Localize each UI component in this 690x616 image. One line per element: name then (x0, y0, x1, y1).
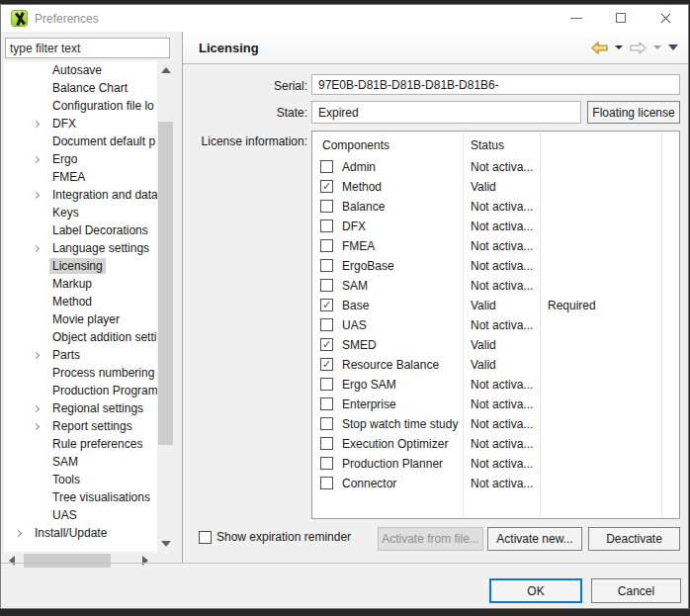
component-checkbox[interactable] (320, 358, 333, 371)
table-row-enterprise[interactable]: EnterpriseNot activa... (312, 395, 679, 414)
tree-item-label: Regional settings (49, 400, 146, 416)
table-row-dfx[interactable]: DFXNot activa... (312, 217, 679, 236)
table-row-ergo-sam[interactable]: Ergo SAMNot activa... (312, 375, 679, 395)
tree-item-uas[interactable]: UAS (4, 506, 157, 524)
chevron-right-icon[interactable] (32, 193, 49, 198)
forward-arrow-icon[interactable] (630, 42, 647, 54)
tree-item-tools[interactable]: Tools (4, 471, 157, 488)
component-checkbox[interactable] (320, 220, 333, 232)
chevron-right-icon[interactable] (32, 424, 49, 429)
scroll-down-icon[interactable] (161, 541, 171, 547)
component-checkbox[interactable] (320, 457, 333, 470)
status-column-header[interactable]: Status (471, 138, 504, 152)
table-row-production-planner[interactable]: Production PlannerNot activa... (312, 454, 679, 474)
component-checkbox[interactable] (320, 180, 333, 193)
tree-item-dfx[interactable]: DFX (4, 115, 157, 132)
chevron-right-icon[interactable] (32, 246, 49, 251)
table-row-method[interactable]: MethodValid (312, 177, 679, 197)
tree-item-object-addition-setti[interactable]: Object addition setti (4, 328, 157, 346)
chevron-right-icon[interactable] (32, 353, 49, 358)
table-row-ergobase[interactable]: ErgoBaseNot activa... (312, 256, 679, 276)
tree-horizontal-scrollbar[interactable] (4, 553, 153, 569)
table-row-fmea[interactable]: FMEANot activa... (312, 236, 679, 256)
close-button[interactable] (644, 5, 688, 32)
state-field[interactable]: Expired (311, 101, 581, 124)
maximize-button[interactable] (599, 5, 644, 32)
component-checkbox[interactable] (320, 417, 333, 430)
cancel-button[interactable]: Cancel (591, 578, 681, 603)
scroll-right-icon[interactable] (142, 556, 148, 566)
tree-item-tree-visualisations[interactable]: Tree visualisations (4, 488, 157, 506)
tree-item-keys[interactable]: Keys (4, 204, 157, 221)
tree-item-label-decorations[interactable]: Label Decorations (4, 221, 157, 239)
scroll-left-icon[interactable] (9, 556, 15, 566)
tree-item-fmea[interactable]: FMEA (4, 168, 157, 186)
activate-new-button[interactable]: Activate new... (487, 527, 582, 551)
checkbox-icon[interactable] (199, 531, 212, 544)
tree-item-integration-and-data[interactable]: Integration and data (4, 186, 157, 204)
table-row-uas[interactable]: UASNot activa... (312, 315, 679, 335)
component-checkbox[interactable] (320, 397, 333, 410)
show-expiration-reminder-checkbox[interactable]: Show expiration reminder (199, 530, 351, 544)
tree-item-licensing[interactable]: Licensing (4, 257, 157, 275)
table-row-smed[interactable]: SMEDValid (312, 335, 679, 355)
forward-history-dropdown-icon[interactable] (653, 45, 661, 49)
components-column-header[interactable]: Components (322, 138, 389, 152)
table-row-stop-watch-time-study[interactable]: Stop watch time studyNot activa... (312, 414, 679, 434)
component-checkbox[interactable] (320, 200, 333, 213)
table-row-resource-balance[interactable]: Resource BalanceValid (312, 355, 679, 375)
table-row-admin[interactable]: AdminNot activa... (312, 157, 679, 177)
tree-item-autosave[interactable]: Autosave (4, 61, 157, 79)
chevron-right-icon[interactable] (32, 157, 49, 162)
component-checkbox[interactable] (320, 259, 333, 272)
chevron-right-icon[interactable] (32, 406, 49, 411)
tree-item-markup[interactable]: Markup (4, 275, 157, 293)
component-name: Production Planner (342, 457, 461, 471)
component-checkbox[interactable] (320, 299, 333, 311)
scroll-up-icon[interactable] (161, 67, 171, 73)
tree-item-movie-player[interactable]: Movie player (4, 310, 157, 328)
deactivate-button[interactable]: Deactivate (588, 527, 680, 551)
tree-item-parts[interactable]: Parts (4, 346, 157, 364)
component-checkbox[interactable] (320, 318, 333, 331)
filter-input[interactable] (5, 38, 170, 58)
tree-item-language-settings[interactable]: Language settings (4, 239, 157, 257)
component-name: Resource Balance (342, 358, 461, 372)
vertical-scroll-thumb[interactable] (158, 122, 173, 445)
tree-item-production-program[interactable]: Production Program (4, 382, 157, 399)
floating-license-button[interactable]: Floating license (587, 101, 680, 124)
table-row-sam[interactable]: SAMNot activa... (312, 276, 679, 296)
tree-item-sam[interactable]: SAM (4, 453, 157, 471)
horizontal-scroll-thumb[interactable] (24, 554, 111, 568)
chevron-right-icon[interactable] (14, 531, 32, 536)
component-checkbox[interactable] (320, 239, 333, 252)
component-checkbox[interactable] (320, 378, 333, 391)
tree-item-process-numbering-w[interactable]: Process numbering w (4, 364, 157, 382)
component-checkbox[interactable] (320, 279, 333, 292)
tree-item-document-default-p[interactable]: Document default p (4, 132, 157, 150)
view-menu-dropdown-icon[interactable] (668, 44, 678, 50)
table-row-execution-optimizer[interactable]: Execution OptimizerNot activa... (312, 434, 679, 454)
table-row-balance[interactable]: BalanceNot activa... (312, 197, 679, 217)
tree-item-install-update[interactable]: Install/Update (4, 524, 157, 542)
tree-item-report-settings[interactable]: Report settings (4, 417, 157, 435)
component-checkbox[interactable] (320, 338, 333, 351)
component-checkbox[interactable] (320, 160, 333, 173)
back-arrow-icon[interactable] (591, 42, 608, 54)
tree-item-ergo[interactable]: Ergo (4, 150, 157, 168)
tree-item-balance-chart[interactable]: Balance Chart (4, 79, 157, 97)
tree-item-method[interactable]: Method (4, 293, 157, 310)
tree-item-configuration-file-lo[interactable]: Configuration file lo (4, 97, 157, 115)
back-history-dropdown-icon[interactable] (615, 45, 623, 49)
component-checkbox[interactable] (320, 437, 333, 450)
table-row-base[interactable]: BaseValidRequired (312, 296, 679, 315)
ok-button[interactable]: OK (489, 578, 582, 603)
tree-item-rule-preferences[interactable]: Rule preferences (4, 435, 157, 453)
tree-item-regional-settings[interactable]: Regional settings (4, 399, 157, 417)
chevron-right-icon[interactable] (32, 122, 49, 127)
minimize-button[interactable] (555, 5, 599, 32)
tree-vertical-scrollbar[interactable] (157, 61, 174, 553)
table-row-connector[interactable]: ConnectorNot activa... (312, 474, 679, 493)
serial-field[interactable]: 97E0B-D81B-D81B-D81B-D81B6- (311, 74, 680, 95)
component-checkbox[interactable] (320, 477, 333, 489)
